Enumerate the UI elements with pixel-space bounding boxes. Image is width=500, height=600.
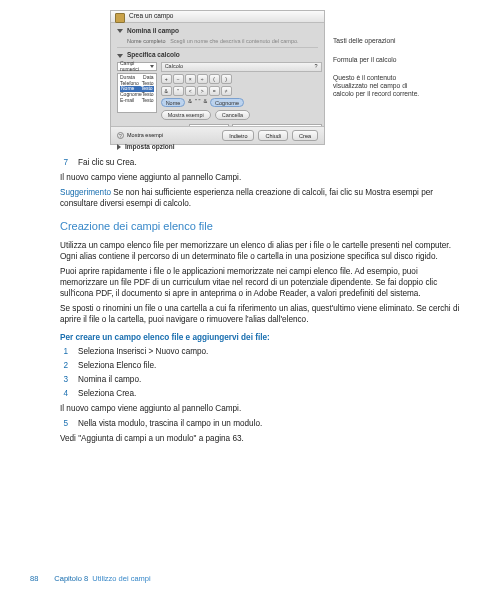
paragraph: Utilizza un campo elenco file per memori…: [60, 240, 460, 262]
field-name-value: Nome completo: [127, 38, 166, 44]
tip-label: Suggerimento: [60, 188, 111, 197]
op-button[interactable]: ): [221, 74, 232, 84]
step-number: 7: [60, 157, 68, 168]
step-text: Seleziona Crea.: [78, 388, 136, 399]
chapter-label: Capitolo 8: [54, 574, 88, 583]
callout-text: Questo è il contenuto visualizzato nel c…: [333, 74, 423, 98]
tip-text: Se non hai sufficiente esperienza nella …: [60, 188, 433, 208]
show-examples-button[interactable]: Mostra esempi: [161, 110, 211, 120]
op-button[interactable]: >: [197, 86, 208, 96]
step-number: 3: [60, 374, 68, 385]
dialog-title: Crea un campo: [111, 11, 324, 23]
figure-row: Crea un campo Nomina il campo Nome compl…: [110, 10, 460, 145]
step-text: Nomina il campo.: [78, 374, 141, 385]
help-icon[interactable]: ?: [117, 132, 124, 139]
paragraph: Se sposti o rinomini un file o una carte…: [60, 303, 460, 325]
create-button[interactable]: Crea: [292, 130, 318, 141]
op-button[interactable]: &: [161, 86, 172, 96]
section-heading: Creazione dei campi elenco file: [60, 219, 460, 234]
field-name-hint: Scegli un nome che descriva il contenuto…: [170, 38, 298, 44]
section-set-options: Imposta opzioni: [125, 143, 174, 152]
op-button[interactable]: <: [185, 86, 196, 96]
op-button[interactable]: (: [209, 74, 220, 84]
chevron-down-icon: [117, 54, 123, 58]
clear-button[interactable]: Cancella: [215, 110, 250, 120]
close-button[interactable]: Chiudi: [258, 130, 288, 141]
step-after-text: Il nuovo campo viene aggiunto al pannell…: [60, 403, 460, 414]
dialog-screenshot: Crea un campo Nomina il campo Nome compl…: [110, 10, 325, 145]
chevron-right-icon: [117, 144, 121, 150]
page-footer: 88 Capitolo 8 Utilizzo dei campi: [30, 574, 151, 584]
step-text: Seleziona Inserisci > Nuovo campo.: [78, 346, 208, 357]
paragraph: Puoi aprire rapidamente i file o le appl…: [60, 266, 460, 299]
figure-callouts: Tasti delle operazioni Formula per il ca…: [333, 10, 423, 98]
step-number: 1: [60, 346, 68, 357]
step-after-text: Il nuovo campo viene aggiunto al pannell…: [60, 172, 460, 183]
op-button[interactable]: +: [161, 74, 172, 84]
howto-heading: Per creare un campo elenco file e aggiun…: [60, 332, 460, 343]
section-name-field: Nomina il campo: [127, 27, 179, 36]
calc-header: Calcolo?: [161, 62, 322, 72]
fields-list[interactable]: DurataData TelefonoTesto NomeTesto Cogno…: [117, 73, 157, 113]
step-text: Fai clic su Crea.: [78, 157, 137, 168]
step-number: 4: [60, 388, 68, 399]
formula-token: Nome: [161, 98, 186, 107]
op-button[interactable]: −: [173, 74, 184, 84]
formula-token: Cognome: [210, 98, 244, 107]
footer-help-link[interactable]: Mostra esempi: [127, 132, 163, 139]
back-button[interactable]: Indietro: [222, 130, 254, 141]
op-button[interactable]: ≠: [221, 86, 232, 96]
step-after-text: Vedi "Aggiunta di campi a un modulo" a p…: [60, 433, 460, 444]
step-number: 2: [60, 360, 68, 371]
step-text: Nella vista modulo, trascina il campo in…: [78, 418, 262, 429]
op-button[interactable]: ×: [185, 74, 196, 84]
step-text: Seleziona Elenco file.: [78, 360, 156, 371]
chevron-down-icon: [117, 29, 123, 33]
op-button[interactable]: ÷: [197, 74, 208, 84]
operator-buttons: + − × ÷ ( ): [161, 74, 322, 84]
category-dropdown[interactable]: Campi numerici: [117, 62, 157, 71]
step-number: 5: [60, 418, 68, 429]
callout-text: Formula per il calcolo: [333, 55, 423, 64]
section-specify-calc: Specifica calcolo: [127, 51, 180, 60]
op-button[interactable]: =: [209, 86, 220, 96]
page-number: 88: [30, 574, 38, 584]
callout-text: Tasti delle operazioni: [333, 36, 423, 45]
body-text: 7 Fai clic su Crea. Il nuovo campo viene…: [60, 157, 460, 444]
formula-area: Nome & " " & Cognome: [161, 98, 322, 107]
op-button[interactable]: ": [173, 86, 184, 96]
chapter-title: Utilizzo dei campi: [92, 574, 150, 583]
